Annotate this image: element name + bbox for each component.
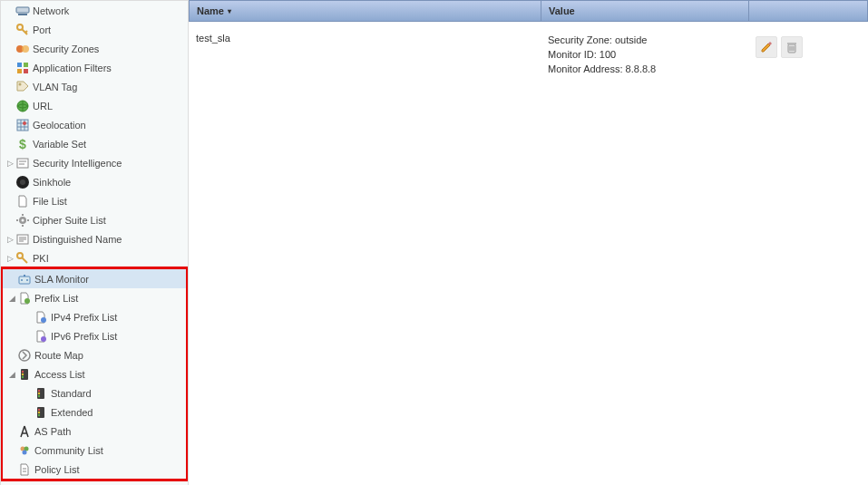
tree-item-extended[interactable]: Extended xyxy=(3,403,186,422)
col-header-name[interactable]: Name ▾ xyxy=(190,1,541,21)
policy-icon xyxy=(17,462,32,477)
svg-point-34 xyxy=(19,350,30,361)
svg-point-29 xyxy=(21,279,23,281)
tree-item-access-list[interactable]: ◢Access List xyxy=(3,364,186,383)
svg-point-30 xyxy=(26,279,28,281)
cell-name: test_sla xyxy=(189,33,541,80)
tree-item-prefix-list[interactable]: ◢Prefix List xyxy=(3,288,186,307)
tree-item-security-zones[interactable]: Security Zones xyxy=(1,39,188,58)
url-icon xyxy=(15,99,30,113)
svg-point-38 xyxy=(22,375,24,377)
tree-item-file-list[interactable]: File List xyxy=(1,191,188,210)
tree-item-ipv6-prefix-list[interactable]: IPv6 Prefix List xyxy=(3,326,186,345)
gear-icon xyxy=(15,213,30,228)
sidebar: NetworkPortSecurity ZonesApplication Fil… xyxy=(0,0,189,485)
tree-item-as-path[interactable]: AS Path xyxy=(3,422,186,441)
dollar-icon: $ xyxy=(15,137,30,151)
tree-item-sla-monitor[interactable]: SLA Monitor xyxy=(3,269,186,288)
svg-point-14 xyxy=(23,121,26,125)
acl-ext-icon xyxy=(34,405,48,420)
expander-icon[interactable]: ▷ xyxy=(5,159,15,168)
tree-item-label: Extended xyxy=(51,407,93,418)
tree-item-label: Security Zones xyxy=(33,44,99,54)
svg-point-42 xyxy=(38,394,40,396)
tree-item-route-map[interactable]: Route Map xyxy=(3,345,186,364)
svg-point-45 xyxy=(38,411,40,412)
appfilter-icon xyxy=(15,61,30,75)
edit-button[interactable] xyxy=(756,36,777,58)
main-panel: Name ▾ Value test_slaSecurity Zone: outs… xyxy=(189,0,868,485)
svg-point-32 xyxy=(41,317,46,323)
sort-asc-icon: ▾ xyxy=(228,7,231,15)
geo-icon xyxy=(15,118,30,132)
svg-rect-10 xyxy=(24,69,28,73)
key-icon xyxy=(15,23,30,37)
tree-item-label: Route Map xyxy=(34,350,83,361)
delete-button[interactable] xyxy=(781,36,803,58)
svg-point-31 xyxy=(24,298,30,304)
tree-item-label: Standard xyxy=(51,388,92,399)
sla-icon xyxy=(17,272,32,286)
tree-item-label: VLAN Tag xyxy=(33,82,77,92)
svg-rect-16 xyxy=(17,159,28,168)
svg-point-37 xyxy=(22,373,24,374)
expander-icon[interactable]: ◢ xyxy=(6,294,17,303)
svg-point-46 xyxy=(38,413,40,415)
prefix4-icon xyxy=(34,310,48,325)
tree-item-label: Distinguished Name xyxy=(33,234,122,245)
tree-item-label: SLA Monitor xyxy=(34,274,89,285)
dn-icon xyxy=(15,232,30,247)
aspath-icon xyxy=(17,424,32,439)
tree-item-port[interactable]: Port xyxy=(1,20,188,39)
col-header-value[interactable]: Value xyxy=(541,1,749,21)
expander-icon[interactable]: ▷ xyxy=(5,235,15,244)
table-body: test_slaSecurity Zone: outsideMonitor ID… xyxy=(189,22,868,80)
tree-item-label: Sinkhole xyxy=(33,177,71,188)
tree-item-geolocation[interactable]: Geolocation xyxy=(1,115,188,134)
svg-point-18 xyxy=(20,179,25,185)
expander-icon[interactable]: ▷ xyxy=(5,254,15,263)
expander-icon[interactable]: ◢ xyxy=(6,370,17,379)
svg-rect-13 xyxy=(17,120,28,131)
tree-item-ipv4-prefix-list[interactable]: IPv4 Prefix List xyxy=(3,307,186,326)
tree-item-pki[interactable]: ▷PKI xyxy=(1,248,188,267)
tree-item-distinguished-name[interactable]: ▷Distinguished Name xyxy=(1,229,188,248)
svg-text:$: $ xyxy=(19,137,26,151)
tree-item-application-filters[interactable]: Application Filters xyxy=(1,58,188,77)
tree-item-label: File List xyxy=(33,196,67,207)
prefix-icon xyxy=(17,291,32,306)
tree-item-sinkhole[interactable]: Sinkhole xyxy=(1,172,188,191)
tree-item-label: Security Intelligence xyxy=(33,158,122,169)
tree-item-cipher-suite-list[interactable]: Cipher Suite List xyxy=(1,210,188,229)
svg-rect-1 xyxy=(18,14,27,15)
col-value-label: Value xyxy=(549,5,575,16)
tree-item-standard[interactable]: Standard xyxy=(3,383,186,403)
tree-item-security-intelligence[interactable]: ▷Security Intelligence xyxy=(1,153,188,172)
tree-item-label: Policy List xyxy=(34,464,80,475)
tree-item-policy-list[interactable]: Policy List xyxy=(3,460,186,479)
svg-line-27 xyxy=(22,257,27,263)
file-icon xyxy=(15,194,30,209)
tree-item-label: Port xyxy=(33,24,51,35)
table-row: test_slaSecurity Zone: outsideMonitor ID… xyxy=(189,22,868,80)
svg-point-24 xyxy=(22,218,24,221)
tree-item-label: URL xyxy=(33,101,53,112)
tree-item-url[interactable]: URL xyxy=(1,96,188,115)
svg-point-6 xyxy=(22,45,29,53)
tree-item-label: Variable Set xyxy=(33,139,86,150)
tree-item-label: Prefix List xyxy=(34,293,78,304)
tree-item-label: Network xyxy=(33,5,69,16)
key2-icon xyxy=(15,251,30,266)
tree-item-label: Community List xyxy=(34,445,103,456)
tree-item-community-list[interactable]: Community List xyxy=(3,441,186,460)
tree-item-variable-set[interactable]: $Variable Set xyxy=(1,134,188,153)
tree-item-label: IPv6 Prefix List xyxy=(51,331,117,342)
tree-item-vlan-tag[interactable]: VLAN Tag xyxy=(1,77,188,96)
svg-point-49 xyxy=(23,450,27,454)
svg-point-11 xyxy=(19,82,22,85)
tree-item-label: Geolocation xyxy=(33,120,86,131)
tree-item-network[interactable]: Network xyxy=(1,1,188,20)
acl-icon xyxy=(17,367,32,382)
tree-item-label: Application Filters xyxy=(33,63,112,73)
routemap-icon xyxy=(17,348,32,363)
